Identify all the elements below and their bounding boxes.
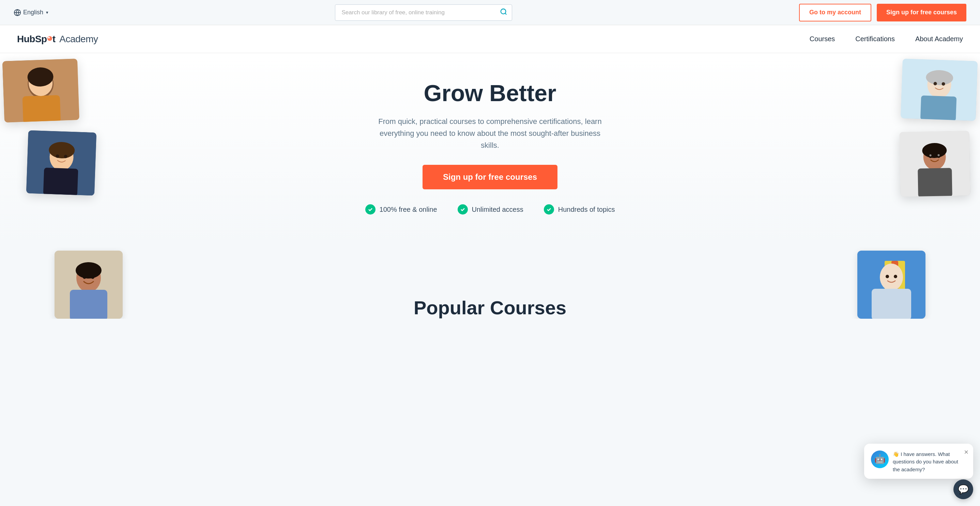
search-icon — [500, 8, 508, 17]
feature-free: 100% free & online — [365, 204, 437, 214]
person-photo-3 — [900, 59, 978, 121]
hero-features: 100% free & online Unlimited access Hund… — [364, 204, 616, 214]
nav-about[interactable]: About Academy — [915, 35, 963, 43]
svg-point-34 — [91, 276, 94, 279]
svg-point-38 — [880, 263, 903, 291]
feature-free-label: 100% free & online — [380, 206, 437, 214]
check-icon-topics — [544, 204, 554, 214]
chevron-down-icon: ▾ — [46, 10, 48, 15]
svg-rect-23 — [918, 168, 952, 197]
person-photo-1 — [2, 59, 80, 122]
person-photo-4 — [899, 131, 970, 197]
svg-rect-41 — [872, 289, 911, 319]
hero-cta-button[interactable]: Sign up for free courses — [423, 165, 557, 189]
feature-unlimited: Unlimited access — [458, 204, 523, 214]
top-bar-actions: Go to my account Sign up for free course… — [799, 4, 966, 21]
search-input[interactable] — [335, 5, 512, 21]
nav-courses[interactable]: Courses — [810, 35, 835, 43]
check-icon-unlimited — [458, 204, 468, 214]
hero-photo-mid-right — [899, 131, 970, 197]
svg-point-1 — [501, 9, 506, 14]
feature-unlimited-label: Unlimited access — [472, 206, 523, 214]
logo-spot-container: Spt — [35, 34, 56, 44]
feature-topics: Hundreds of topics — [544, 204, 615, 214]
hero-content: Grow Better From quick, practical course… — [357, 73, 623, 214]
bottom-photo-right — [858, 251, 926, 319]
hero-photo-mid-left — [26, 130, 96, 196]
nav-certifications[interactable]: Certifications — [855, 35, 895, 43]
svg-rect-4 — [22, 95, 61, 122]
search-bar-container — [335, 5, 512, 21]
bottom-images: Popular Courses — [0, 251, 980, 319]
globe-icon — [14, 9, 21, 16]
check-icon-free — [365, 204, 375, 214]
logo[interactable]: HubSpt Academy — [17, 34, 98, 44]
language-label: English — [23, 9, 43, 16]
person-photo-2 — [26, 130, 96, 196]
popular-section: Popular Courses — [414, 290, 566, 319]
logo-t: t — [52, 34, 56, 44]
logo-dot-icon — [48, 36, 52, 41]
svg-point-32 — [76, 262, 102, 279]
hero-photo-top-right — [900, 59, 978, 121]
logo-sp: Sp — [35, 34, 47, 44]
svg-rect-31 — [70, 290, 107, 319]
svg-point-39 — [886, 275, 889, 278]
bottom-photo-left — [54, 251, 123, 319]
language-selector[interactable]: English ▾ — [14, 9, 48, 16]
hero-section: Grow Better From quick, practical course… — [0, 53, 980, 244]
svg-point-33 — [83, 276, 86, 279]
hero-subtitle: From quick, practical courses to compreh… — [371, 116, 609, 152]
svg-rect-17 — [920, 95, 956, 121]
svg-rect-11 — [43, 168, 78, 195]
svg-point-40 — [894, 275, 897, 278]
signup-button-top[interactable]: Sign up for free courses — [877, 4, 966, 21]
bottom-section: Popular Courses — [0, 244, 980, 319]
logo-academy: Academy — [57, 34, 98, 44]
nav-links: Courses Certifications About Academy — [810, 35, 963, 43]
popular-title: Popular Courses — [414, 297, 566, 319]
nav-bar: HubSpt Academy Courses Certifications Ab… — [0, 25, 980, 53]
logo-hub: Hub — [17, 34, 35, 44]
hero-photo-top-left — [2, 59, 80, 122]
top-bar: English ▾ Go to my account Sign up for f… — [0, 0, 980, 25]
feature-topics-label: Hundreds of topics — [558, 206, 615, 214]
hero-title: Grow Better — [364, 80, 616, 106]
account-button[interactable]: Go to my account — [799, 4, 871, 21]
